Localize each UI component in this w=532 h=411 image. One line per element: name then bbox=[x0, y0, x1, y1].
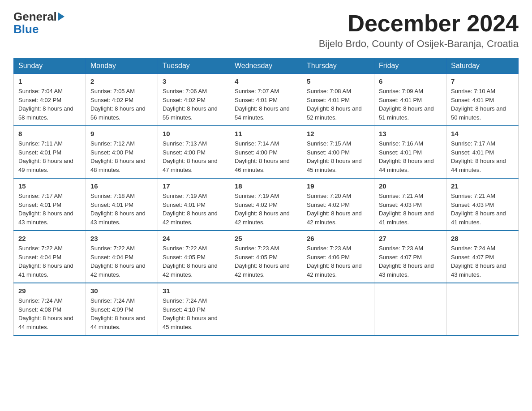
logo-general-text: General bbox=[13, 11, 57, 22]
day-number: 1 bbox=[18, 77, 81, 85]
day-number: 6 bbox=[379, 77, 442, 85]
day-number: 22 bbox=[18, 235, 81, 242]
calendar-cell bbox=[230, 283, 302, 335]
logo-arrow-icon bbox=[58, 13, 64, 21]
calendar-week-row: 8Sunrise: 7:11 AMSunset: 4:01 PMDaylight… bbox=[14, 126, 519, 178]
day-number: 31 bbox=[163, 287, 225, 295]
day-number: 20 bbox=[379, 182, 442, 190]
day-info: Sunrise: 7:04 AMSunset: 4:02 PMDaylight:… bbox=[18, 87, 81, 122]
title-area: December 2024 Bijelo Brdo, County of Osi… bbox=[319, 11, 519, 50]
calendar-cell: 20Sunrise: 7:21 AMSunset: 4:03 PMDayligh… bbox=[374, 178, 446, 231]
day-info: Sunrise: 7:20 AMSunset: 4:02 PMDaylight:… bbox=[307, 192, 369, 227]
calendar-table: SundayMondayTuesdayWednesdayThursdayFrid… bbox=[13, 58, 519, 336]
calendar-week-row: 22Sunrise: 7:22 AMSunset: 4:04 PMDayligh… bbox=[14, 231, 519, 283]
page-header: General Blue December 2024 Bijelo Brdo, … bbox=[13, 11, 519, 50]
day-info: Sunrise: 7:17 AMSunset: 4:01 PMDaylight:… bbox=[451, 139, 514, 174]
calendar-cell: 10Sunrise: 7:13 AMSunset: 4:00 PMDayligh… bbox=[158, 126, 230, 178]
day-number: 5 bbox=[307, 77, 369, 85]
calendar-cell: 12Sunrise: 7:15 AMSunset: 4:00 PMDayligh… bbox=[302, 126, 374, 178]
calendar-cell: 21Sunrise: 7:21 AMSunset: 4:03 PMDayligh… bbox=[446, 178, 519, 231]
day-info: Sunrise: 7:08 AMSunset: 4:01 PMDaylight:… bbox=[307, 87, 369, 122]
day-number: 16 bbox=[90, 182, 153, 190]
calendar-cell: 1Sunrise: 7:04 AMSunset: 4:02 PMDaylight… bbox=[14, 74, 86, 126]
day-info: Sunrise: 7:06 AMSunset: 4:02 PMDaylight:… bbox=[163, 87, 225, 122]
day-info: Sunrise: 7:09 AMSunset: 4:01 PMDaylight:… bbox=[379, 87, 442, 122]
calendar-cell: 7Sunrise: 7:10 AMSunset: 4:01 PMDaylight… bbox=[446, 74, 519, 126]
day-info: Sunrise: 7:11 AMSunset: 4:01 PMDaylight:… bbox=[18, 139, 81, 174]
day-info: Sunrise: 7:13 AMSunset: 4:00 PMDaylight:… bbox=[163, 139, 225, 174]
logo: General Blue bbox=[13, 11, 64, 36]
calendar-cell: 14Sunrise: 7:17 AMSunset: 4:01 PMDayligh… bbox=[446, 126, 519, 178]
day-info: Sunrise: 7:24 AMSunset: 4:10 PMDaylight:… bbox=[163, 296, 225, 331]
day-number: 12 bbox=[307, 130, 369, 137]
day-number: 21 bbox=[451, 182, 514, 190]
weekday-header-row: SundayMondayTuesdayWednesdayThursdayFrid… bbox=[14, 58, 519, 74]
calendar-cell: 25Sunrise: 7:23 AMSunset: 4:05 PMDayligh… bbox=[230, 231, 302, 283]
calendar-cell bbox=[446, 283, 519, 335]
weekday-header-saturday: Saturday bbox=[446, 58, 519, 74]
day-info: Sunrise: 7:24 AMSunset: 4:07 PMDaylight:… bbox=[451, 244, 514, 279]
day-info: Sunrise: 7:14 AMSunset: 4:00 PMDaylight:… bbox=[235, 139, 297, 174]
day-info: Sunrise: 7:17 AMSunset: 4:01 PMDaylight:… bbox=[18, 192, 81, 227]
day-number: 8 bbox=[18, 130, 81, 137]
day-number: 29 bbox=[18, 287, 81, 295]
day-number: 3 bbox=[163, 77, 225, 85]
weekday-header-thursday: Thursday bbox=[302, 58, 374, 74]
calendar-title: December 2024 bbox=[319, 11, 519, 36]
day-number: 27 bbox=[379, 235, 442, 242]
calendar-week-row: 1Sunrise: 7:04 AMSunset: 4:02 PMDaylight… bbox=[14, 74, 519, 126]
day-number: 28 bbox=[451, 235, 514, 242]
day-number: 24 bbox=[163, 235, 225, 242]
day-number: 30 bbox=[90, 287, 153, 295]
day-number: 4 bbox=[235, 77, 297, 85]
calendar-cell: 31Sunrise: 7:24 AMSunset: 4:10 PMDayligh… bbox=[158, 283, 230, 335]
day-info: Sunrise: 7:21 AMSunset: 4:03 PMDaylight:… bbox=[451, 192, 514, 227]
calendar-cell: 26Sunrise: 7:23 AMSunset: 4:06 PMDayligh… bbox=[302, 231, 374, 283]
calendar-cell: 16Sunrise: 7:18 AMSunset: 4:01 PMDayligh… bbox=[86, 178, 158, 231]
day-info: Sunrise: 7:24 AMSunset: 4:08 PMDaylight:… bbox=[18, 296, 81, 331]
calendar-subtitle: Bijelo Brdo, County of Osijek-Baranja, C… bbox=[319, 38, 519, 50]
calendar-cell: 28Sunrise: 7:24 AMSunset: 4:07 PMDayligh… bbox=[446, 231, 519, 283]
day-info: Sunrise: 7:24 AMSunset: 4:09 PMDaylight:… bbox=[90, 296, 153, 331]
day-number: 9 bbox=[90, 130, 153, 137]
day-number: 26 bbox=[307, 235, 369, 242]
day-info: Sunrise: 7:18 AMSunset: 4:01 PMDaylight:… bbox=[90, 192, 153, 227]
day-number: 25 bbox=[235, 235, 297, 242]
day-info: Sunrise: 7:23 AMSunset: 4:06 PMDaylight:… bbox=[307, 244, 369, 279]
calendar-cell: 17Sunrise: 7:19 AMSunset: 4:01 PMDayligh… bbox=[158, 178, 230, 231]
day-number: 14 bbox=[451, 130, 514, 137]
calendar-cell: 15Sunrise: 7:17 AMSunset: 4:01 PMDayligh… bbox=[14, 178, 86, 231]
calendar-cell: 4Sunrise: 7:07 AMSunset: 4:01 PMDaylight… bbox=[230, 74, 302, 126]
calendar-cell: 29Sunrise: 7:24 AMSunset: 4:08 PMDayligh… bbox=[14, 283, 86, 335]
day-info: Sunrise: 7:21 AMSunset: 4:03 PMDaylight:… bbox=[379, 192, 442, 227]
day-number: 13 bbox=[379, 130, 442, 137]
day-info: Sunrise: 7:23 AMSunset: 4:07 PMDaylight:… bbox=[379, 244, 442, 279]
calendar-cell bbox=[302, 283, 374, 335]
day-number: 15 bbox=[18, 182, 81, 190]
day-number: 18 bbox=[235, 182, 297, 190]
day-info: Sunrise: 7:12 AMSunset: 4:00 PMDaylight:… bbox=[90, 139, 153, 174]
calendar-cell: 23Sunrise: 7:22 AMSunset: 4:04 PMDayligh… bbox=[86, 231, 158, 283]
day-info: Sunrise: 7:23 AMSunset: 4:05 PMDaylight:… bbox=[235, 244, 297, 279]
day-info: Sunrise: 7:22 AMSunset: 4:05 PMDaylight:… bbox=[163, 244, 225, 279]
calendar-week-row: 29Sunrise: 7:24 AMSunset: 4:08 PMDayligh… bbox=[14, 283, 519, 335]
logo-blue-text: Blue bbox=[13, 22, 39, 36]
day-number: 17 bbox=[163, 182, 225, 190]
calendar-cell bbox=[374, 283, 446, 335]
calendar-cell: 3Sunrise: 7:06 AMSunset: 4:02 PMDaylight… bbox=[158, 74, 230, 126]
calendar-cell: 6Sunrise: 7:09 AMSunset: 4:01 PMDaylight… bbox=[374, 74, 446, 126]
weekday-header-wednesday: Wednesday bbox=[230, 58, 302, 74]
day-info: Sunrise: 7:07 AMSunset: 4:01 PMDaylight:… bbox=[235, 87, 297, 122]
calendar-cell: 22Sunrise: 7:22 AMSunset: 4:04 PMDayligh… bbox=[14, 231, 86, 283]
calendar-cell: 30Sunrise: 7:24 AMSunset: 4:09 PMDayligh… bbox=[86, 283, 158, 335]
calendar-cell: 5Sunrise: 7:08 AMSunset: 4:01 PMDaylight… bbox=[302, 74, 374, 126]
day-number: 11 bbox=[235, 130, 297, 137]
day-number: 19 bbox=[307, 182, 369, 190]
calendar-cell: 19Sunrise: 7:20 AMSunset: 4:02 PMDayligh… bbox=[302, 178, 374, 231]
weekday-header-tuesday: Tuesday bbox=[158, 58, 230, 74]
day-number: 7 bbox=[451, 77, 514, 85]
day-info: Sunrise: 7:19 AMSunset: 4:01 PMDaylight:… bbox=[163, 192, 225, 227]
day-info: Sunrise: 7:16 AMSunset: 4:01 PMDaylight:… bbox=[379, 139, 442, 174]
calendar-cell: 9Sunrise: 7:12 AMSunset: 4:00 PMDaylight… bbox=[86, 126, 158, 178]
calendar-cell: 2Sunrise: 7:05 AMSunset: 4:02 PMDaylight… bbox=[86, 74, 158, 126]
